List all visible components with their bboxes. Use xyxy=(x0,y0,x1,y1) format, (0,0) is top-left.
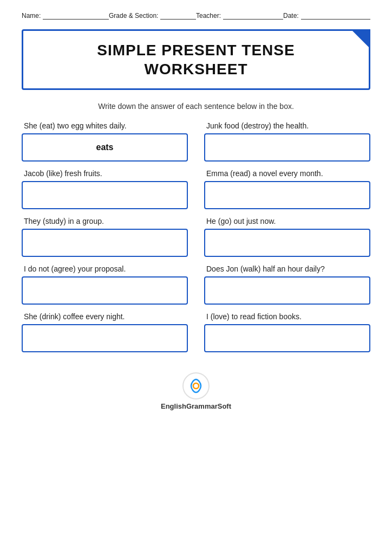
name-underline[interactable] xyxy=(43,11,109,20)
question-item-5: They (study) in a group. xyxy=(22,217,188,257)
question-item-3: Jacob (like) fresh fruits. xyxy=(22,169,188,209)
answer-box-8[interactable] xyxy=(204,276,370,305)
name-field: Name: xyxy=(22,11,109,20)
answer-box-4[interactable] xyxy=(204,181,370,209)
teacher-field: Teacher: xyxy=(196,11,283,20)
svg-point-1 xyxy=(193,383,199,389)
teacher-label: Teacher: xyxy=(196,12,221,20)
instruction-text: Write down the answer of each sentence b… xyxy=(22,102,370,111)
answer-text-1: eats xyxy=(96,143,113,152)
question-text-7: I do not (agree) your proposal. xyxy=(22,264,188,273)
question-item-4: Emma (read) a novel every month. xyxy=(204,169,370,209)
brand-name: EnglishGrammarSoft xyxy=(161,402,231,410)
grade-label: Grade & Section: xyxy=(109,12,158,20)
answer-box-6[interactable] xyxy=(204,229,370,257)
footer: EnglishGrammarSoft xyxy=(22,372,370,410)
question-text-8: Does Jon (walk) half an hour daily? xyxy=(204,264,370,273)
question-text-9: She (drink) coffee every night. xyxy=(22,312,188,321)
question-text-3: Jacob (like) fresh fruits. xyxy=(22,169,188,178)
worksheet-grid: She (eat) two egg whites daily.eatsJunk … xyxy=(22,121,370,360)
question-text-10: I (love) to read fiction books. xyxy=(204,312,370,321)
question-text-5: They (study) in a group. xyxy=(22,217,188,225)
question-item-1: She (eat) two egg whites daily.eats xyxy=(22,121,188,162)
answer-box-7[interactable] xyxy=(22,276,188,305)
grade-underline[interactable] xyxy=(160,11,196,20)
answer-box-3[interactable] xyxy=(22,181,188,209)
question-item-9: She (drink) coffee every night. xyxy=(22,312,188,352)
question-item-6: He (go) out just now. xyxy=(204,217,370,257)
name-label: Name: xyxy=(22,12,41,20)
title-box: SIMPLE PRESENT TENSEWORKSHEET xyxy=(22,29,370,90)
answer-box-5[interactable] xyxy=(22,229,188,257)
teacher-underline[interactable] xyxy=(223,11,283,20)
header-fields: Name: Grade & Section: Teacher: Date: xyxy=(22,11,370,20)
question-item-8: Does Jon (walk) half an hour daily? xyxy=(204,264,370,305)
date-field: Date: xyxy=(283,11,370,20)
svg-point-0 xyxy=(183,373,209,399)
question-item-2: Junk food (destroy) the health. xyxy=(204,121,370,162)
answer-box-9[interactable] xyxy=(22,324,188,352)
question-text-4: Emma (read) a novel every month. xyxy=(204,169,370,178)
date-underline[interactable] xyxy=(301,11,370,20)
answer-box-1[interactable]: eats xyxy=(22,133,188,162)
question-item-10: I (love) to read fiction books. xyxy=(204,312,370,352)
worksheet-page: Name: Grade & Section: Teacher: Date: SI… xyxy=(0,0,392,555)
question-item-7: I do not (agree) your proposal. xyxy=(22,264,188,305)
answer-box-2[interactable] xyxy=(204,133,370,162)
question-text-6: He (go) out just now. xyxy=(204,217,370,225)
question-text-1: She (eat) two egg whites daily. xyxy=(22,121,188,130)
worksheet-title: SIMPLE PRESENT TENSEWORKSHEET xyxy=(40,41,352,79)
question-text-2: Junk food (destroy) the health. xyxy=(204,121,370,130)
brand-logo xyxy=(182,372,210,400)
answer-box-10[interactable] xyxy=(204,324,370,352)
corner-fold-decoration xyxy=(352,31,369,47)
grade-field: Grade & Section: xyxy=(109,11,196,20)
date-label: Date: xyxy=(283,12,299,20)
